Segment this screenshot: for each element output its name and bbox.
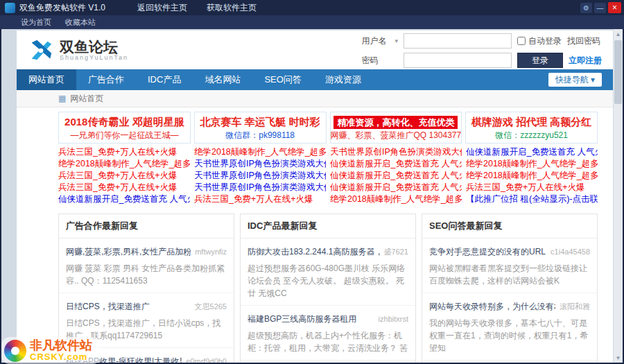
promo-link[interactable]: 绝学2018颠峰制作_人气绝学_超多人玩 xyxy=(330,193,462,205)
topic-excerpt: 网赚 菠菜 彩票 男科 女性产品各类加粉抓紧容.. QQ：1125411653 xyxy=(66,262,227,287)
nav-item-games[interactable]: 游戏资源 xyxy=(313,69,373,90)
ad-title: 棋牌游戏 招代理 高额分红 xyxy=(471,116,591,128)
promo-link[interactable]: 仙侠道新服开启_免费送首充 人气火爆 xyxy=(330,170,462,182)
username-input[interactable] xyxy=(404,33,512,49)
promo-links-grid: 兵法三国_免费+万人在线+火爆 绝学2018颠峰制作_人气绝学_超多人玩 兵法三… xyxy=(58,146,598,205)
promo-link[interactable]: 兵法三国_免费+万人在线+火爆 xyxy=(194,193,326,205)
promo-link[interactable]: 绝学2018颠峰制作_人气绝学_超多人玩 xyxy=(466,158,598,170)
close-button[interactable]: × xyxy=(608,2,621,13)
nav-item-home[interactable]: 网站首页 xyxy=(17,69,76,90)
nav-item-domain[interactable]: 域名网站 xyxy=(193,69,252,90)
promo-link[interactable]: 仙侠道新服开启_免费送首充 人气火爆 xyxy=(330,158,462,170)
topic-author[interactable]: 滚阳和雅 xyxy=(560,302,590,312)
auto-login-label: 自动登录 xyxy=(528,35,562,47)
site-logo[interactable]: 双鱼论坛 ShuangYuLunTan xyxy=(28,37,128,64)
promo-link[interactable]: 仙侠道新服开启_免费送首充 人气火爆 xyxy=(466,146,598,158)
list-item: 网站每天收录特别多，为什么没有权 滚阳和雅 我的网站每天收录很多，基本七八十、可… xyxy=(422,293,597,360)
ad-title: 北京赛车 幸运飞艇 时时彩 xyxy=(200,116,320,128)
menu-get-software-home[interactable]: 获取软件主页 xyxy=(207,2,257,14)
nav-item-seo[interactable]: SEO问答 xyxy=(252,69,313,90)
ad-subtitle: 微信群：pk998118 xyxy=(195,129,326,141)
ad-box-legend[interactable]: 2018传奇霸业 邓超明星服 —兄弟们等你一起征战王城— xyxy=(58,112,191,144)
promo-link[interactable]: 天书世界原创IP角色扮演类游戏大作 xyxy=(194,158,326,170)
promo-link[interactable]: 天书世界原创IP角色扮演类游戏大作 xyxy=(194,182,326,193)
fish-logo-icon xyxy=(28,37,54,64)
topic-excerpt: 超级预想高防，机器上内+个性化服务：机柜：托管，租用，大带宽，云清洗业务？ 筈 xyxy=(248,329,408,354)
promo-link[interactable]: 仙侠道新服开启_免费送首充 人气火爆 xyxy=(58,193,190,205)
vertical-scrollbar[interactable]: ▲ ▼ xyxy=(614,29,623,363)
nav-item-idc[interactable]: IDC产品 xyxy=(136,69,193,90)
watermark-subtitle: CRSKY.com xyxy=(30,352,92,362)
list-item: 防御大攻击183.2.244.1高防服务器，秒 盛7621 超过预想服务器60G… xyxy=(241,239,415,305)
grid-icon: ▦ xyxy=(58,94,66,103)
titlebar: 双鱼免费发帖软件 V1.0 返回软件主页 获取软件主页 ⚙ — × xyxy=(0,0,624,15)
scroll-up-arrow[interactable]: ▲ xyxy=(614,29,623,39)
list-item: 福建BGP三线高防服务器租用 izhbitxrst 超级预想高防，机器上内+个性… xyxy=(241,305,415,360)
topic-author[interactable]: 盛7621 xyxy=(384,247,408,257)
panel-seo-replies: SEO问答最新回复 竞争对手恶意提交的没有的URL，对网站 c1i4a45458… xyxy=(422,214,598,363)
topic-author[interactable]: 文思5265 xyxy=(195,302,227,312)
breadcrumb: ▦ 网站首页 xyxy=(17,90,613,107)
promo-link[interactable]: 绝学2018颠峰制作_人气绝学_超多人玩 xyxy=(58,158,190,170)
page-header: 双鱼论坛 ShuangYuLunTan 用户名 ▾ 自动登录 找回密码 xyxy=(17,31,613,69)
app-logo-icon xyxy=(5,3,15,13)
menu-back-software-home[interactable]: 返回软件主页 xyxy=(137,2,187,14)
topic-link[interactable]: 竞争对手恶意提交的没有的URL，对网站 xyxy=(429,246,546,258)
list-item: 如何禁止某个页面搜索引擎收录 ueese 我想让我的网站某一个页面不被收录，比如… xyxy=(422,360,597,363)
favorite-site-link[interactable]: 收藏本站 xyxy=(65,17,96,28)
site-name: 双鱼论坛 xyxy=(60,40,128,55)
password-input[interactable] xyxy=(404,53,512,68)
promo-link[interactable]: 绝学2018颠峰制作_人气绝学_超多人玩 xyxy=(466,170,598,182)
minimize-button[interactable]: — xyxy=(594,3,606,13)
app-window: 双鱼免费发帖软件 V1.0 返回软件主页 获取软件主页 ⚙ — × 设为首页 收… xyxy=(0,0,624,364)
topic-link[interactable]: 网赚,菠菜,彩票,男科,女性产品加粉抓 xyxy=(66,246,191,258)
breadcrumb-label[interactable]: 网站首页 xyxy=(70,93,103,105)
ad-subtitle: 网赚、彩票、菠菜推广QQ 1304377001 xyxy=(331,129,462,141)
ad-title: 2018传奇霸业 邓超明星服 xyxy=(64,116,184,128)
ad-banner-row: 2018传奇霸业 邓超明星服 —兄弟们等你一起征战王城— 北京赛车 幸运飞艇 时… xyxy=(58,112,598,144)
promo-link[interactable]: 兵法三国_免费+万人在线+火爆 xyxy=(466,182,598,193)
topic-link[interactable]: 日结CPS，找渠道推广 xyxy=(66,301,191,313)
main-nav: 网站首页 广告合作 IDC产品 域名网站 SEO问答 游戏资源 快捷导航 ▾ xyxy=(17,69,613,90)
promo-link[interactable]: 仙侠道新服开启_免费送首充 人气火爆 xyxy=(330,182,462,193)
ad-box-resources[interactable]: 精准资源，高转化、充值优类 网赚、彩票、菠菜推广QQ 1304377001 xyxy=(330,112,462,144)
topic-author[interactable]: e0mrf9d0b0 xyxy=(186,357,227,363)
scroll-down-arrow[interactable]: ▼ xyxy=(614,353,623,363)
promo-link[interactable]: 兵法三国_免费+万人在线+火爆 xyxy=(58,170,190,182)
chevron-down-icon: ▾ xyxy=(395,37,398,44)
login-button[interactable]: 登录 xyxy=(517,53,563,68)
login-form: 用户名 ▾ 自动登录 找回密码 密码 ▾ 登录 立 xyxy=(361,33,602,68)
app-title: 双鱼免费发帖软件 V1.0 xyxy=(19,2,105,14)
scrollbar-thumb[interactable] xyxy=(614,40,622,104)
promo-link[interactable]: 兵法三国_免费+万人在线+火爆 xyxy=(58,146,190,158)
auto-login-checkbox[interactable] xyxy=(517,37,526,45)
topic-link[interactable]: 防御大攻击183.2.244.1高防服务器，秒 xyxy=(248,246,380,258)
ad-box-chess[interactable]: 棋牌游戏 招代理 高额分红 微信：zzzzzzyu521 xyxy=(465,112,598,144)
list-item: 美国洛杉矶服务器16核_96G内存_250M带 苹菜4001 美国洛杉矶，超越性… xyxy=(241,360,415,363)
promo-link[interactable]: 天书世界原创IP角色扮演类游戏大作 xyxy=(194,170,326,182)
list-item: 网赚,菠菜,彩票,男科,女性产品加粉抓 mftwynfiz 网赚 菠菜 彩票 男… xyxy=(59,239,234,293)
topic-link[interactable]: 福建BGP三线高防服务器租用 xyxy=(248,313,374,325)
ad-subtitle: 微信：zzzzzzyu521 xyxy=(466,129,597,141)
set-homepage-link[interactable]: 设为首页 xyxy=(21,17,51,28)
topic-excerpt: 超过预想服务器60G-480G墨川枝 乐乐网络论坛会员 至今无人攻破。 超级实惠… xyxy=(248,262,408,300)
topic-author[interactable]: c1i4a45458 xyxy=(551,248,590,256)
register-link[interactable]: 立即注册 xyxy=(569,55,602,67)
ad-box-lottery[interactable]: 北京赛车 幸运飞艇 时时彩 微信群：pk998118 xyxy=(194,112,327,144)
promo-link[interactable]: 兵法三国_免费+万人在线+火爆 xyxy=(58,182,190,193)
promo-link[interactable]: 绝学2018颠峰制作_人气绝学_超多人玩 xyxy=(194,146,326,158)
panel-title: 广告合作最新回复 xyxy=(59,214,234,239)
topic-link[interactable]: 网站每天收录特别多，为什么没有权 xyxy=(429,301,555,313)
panel-title: IDC产品最新回复 xyxy=(241,214,415,239)
promo-link[interactable]: 【此推广位招 租(全站显示)-点击联系】 xyxy=(466,193,598,205)
promo-link[interactable]: 天书世界原创IP角色扮演类游戏大作 xyxy=(330,146,462,158)
topic-author[interactable]: mftwynfiz xyxy=(195,248,227,256)
find-password-link[interactable]: 找回密码 xyxy=(567,35,600,47)
nav-item-ads[interactable]: 广告合作 xyxy=(76,69,136,90)
quick-nav-button[interactable]: 快捷导航 ▾ xyxy=(548,73,602,87)
secondary-toolbar: 设为首页 收藏本站 xyxy=(0,15,624,29)
forum-page: 双鱼论坛 ShuangYuLunTan 用户名 ▾ 自动登录 找回密码 xyxy=(17,31,613,363)
panel-title: SEO问答最新回复 xyxy=(422,214,597,239)
topic-author[interactable]: izhbitxrst xyxy=(379,315,408,323)
settings-button[interactable]: ⚙ xyxy=(580,3,592,13)
